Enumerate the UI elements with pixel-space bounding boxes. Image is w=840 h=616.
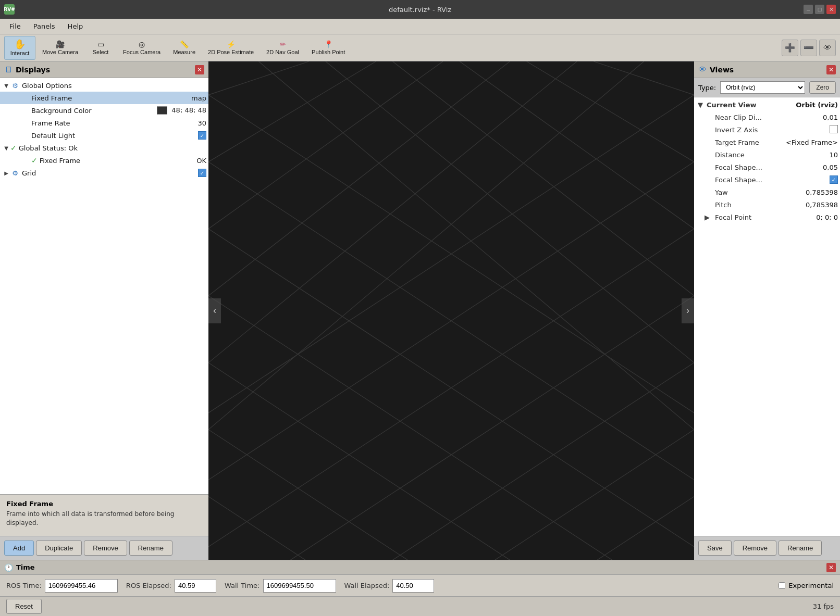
reset-button[interactable]: Reset <box>6 599 42 614</box>
extra-btn-3[interactable]: 👁 <box>819 40 836 56</box>
views-panel-header: 👁 Views ✕ <box>694 61 840 78</box>
views-focal-shape2[interactable]: Focal Shape... ✓ <box>694 173 840 186</box>
tree-item-status-fixed-frame[interactable]: ✓ Fixed Frame OK <box>0 154 208 167</box>
2d-nav-button[interactable]: ✏ 2D Nav Goal <box>261 36 305 60</box>
displays-panel: 🖥 Displays ✕ ▼ ⚙ Global Options Fixed Fr… <box>0 61 208 560</box>
checkmark-global-status: ✓ <box>10 144 17 152</box>
views-type-row: Type: Orbit (rviz) Zero <box>694 78 840 97</box>
toolbar: ✋ Interact 🎥 Move Camera ▭ Select ◎ Focu… <box>0 34 840 61</box>
views-panel-icon: 👁 <box>698 65 707 74</box>
time-header-label: Time <box>16 563 35 571</box>
titlebar-left: RV# <box>4 4 15 15</box>
rename-button[interactable]: Rename <box>129 540 172 556</box>
views-focal-point[interactable]: ▶ Focal Point 0; 0; 0 <box>694 211 840 223</box>
svg-line-21 <box>208 497 694 560</box>
views-focal-shape1[interactable]: Focal Shape... 0,05 <box>694 161 840 173</box>
views-target-frame[interactable]: Target Frame <Fixed Frame> <box>694 136 840 148</box>
focus-camera-button[interactable]: ◎ Focus Camera <box>117 36 166 60</box>
interact-icon: ✋ <box>14 40 26 49</box>
2d-pose-button[interactable]: ⚡ 2D Pose Estimate <box>202 36 260 60</box>
minimize-button[interactable]: – <box>804 5 813 14</box>
select-button[interactable]: ▭ Select <box>85 36 116 60</box>
views-yaw[interactable]: Yaw 0,785398 <box>694 186 840 198</box>
views-focal-point-value: 0; 0; 0 <box>816 213 838 221</box>
tree-item-frame-rate[interactable]: Frame Rate 30 <box>0 117 208 129</box>
tree-item-global-status[interactable]: ▼ ✓ Global Status: Ok <box>0 142 208 154</box>
maximize-button[interactable]: □ <box>815 5 824 14</box>
views-type-label: Type: <box>698 84 716 92</box>
window-title: default.rviz* - RViz <box>389 6 451 14</box>
menu-file[interactable]: File <box>4 21 26 32</box>
expand-global-status[interactable]: ▼ <box>2 144 10 152</box>
menu-help[interactable]: Help <box>63 21 89 32</box>
fixed-frame-label: Fixed Frame <box>31 94 187 102</box>
tree-item-global-options[interactable]: ▼ ⚙ Global Options <box>0 79 208 92</box>
views-zero-button[interactable]: Zero <box>809 81 836 94</box>
extra-btn-1[interactable]: ➕ <box>782 40 798 56</box>
tree-item-grid[interactable]: ▶ ⚙ Grid ✓ <box>0 167 208 179</box>
fps-label: 31 fps <box>813 602 834 610</box>
frame-rate-value: 30 <box>193 119 206 127</box>
ros-time-field: ROS Time: <box>6 579 118 593</box>
frame-rate-label: Frame Rate <box>31 119 193 127</box>
wall-time-input[interactable] <box>263 579 336 593</box>
svg-line-27 <box>208 61 443 229</box>
time-panel-close[interactable]: ✕ <box>826 563 836 572</box>
tree-item-default-light[interactable]: Default Light ✓ <box>0 129 208 142</box>
extra-btn-2[interactable]: ➖ <box>800 40 817 56</box>
expand-status-fixed-frame <box>23 156 31 165</box>
wall-elapsed-input[interactable] <box>392 579 434 593</box>
menu-panels[interactable]: Panels <box>28 21 60 32</box>
remove-button[interactable]: Remove <box>84 540 127 556</box>
expand-grid[interactable]: ▶ <box>2 169 10 177</box>
views-invert-z[interactable]: Invert Z Axis <box>694 123 840 136</box>
displays-panel-close[interactable]: ✕ <box>195 65 204 74</box>
expand-global-options[interactable]: ▼ <box>2 81 10 90</box>
views-pitch[interactable]: Pitch 0,785398 <box>694 198 840 211</box>
description-area: Fixed Frame Frame into which all data is… <box>0 494 208 536</box>
measure-button[interactable]: 📏 Measure <box>167 36 201 60</box>
views-distance[interactable]: Distance 10 <box>694 148 840 161</box>
views-rename-button[interactable]: Rename <box>779 540 822 556</box>
move-camera-button[interactable]: 🎥 Move Camera <box>36 36 84 60</box>
views-near-clip[interactable]: Near Clip Di... 0,01 <box>694 111 840 123</box>
tree-item-fixed-frame[interactable]: Fixed Frame map <box>0 92 208 104</box>
svg-line-18 <box>208 430 694 560</box>
views-current-view[interactable]: ▼ Current View Orbit (rviz) <box>694 98 840 111</box>
views-panel-close[interactable]: ✕ <box>826 65 836 74</box>
menubar: File Panels Help <box>0 19 840 34</box>
bottom-bar: 🕐 Time ✕ ROS Time: ROS Elapsed: Wall Tim… <box>0 560 840 616</box>
add-button[interactable]: Add <box>4 540 34 556</box>
bg-color-swatch[interactable] <box>157 106 167 115</box>
views-save-button[interactable]: Save <box>698 540 732 556</box>
views-pitch-value: 0,785398 <box>806 201 838 209</box>
views-focal-shape2-label: Focal Shape... <box>713 176 830 184</box>
experimental-checkbox[interactable] <box>779 582 785 589</box>
duplicate-button[interactable]: Duplicate <box>36 540 82 556</box>
views-remove-button[interactable]: Remove <box>734 540 776 556</box>
views-focal-shape2-value: ✓ <box>830 175 838 184</box>
views-distance-label: Distance <box>713 151 829 159</box>
viewport-nav-right[interactable]: › <box>682 298 694 323</box>
viewport-nav-left[interactable]: ‹ <box>208 298 221 323</box>
default-light-checkbox[interactable]: ✓ <box>198 131 206 140</box>
views-type-select[interactable]: Orbit (rviz) <box>720 81 805 94</box>
interact-button[interactable]: ✋ Interact <box>4 36 35 60</box>
3d-viewport[interactable]: ‹ › <box>208 61 694 560</box>
ros-elapsed-label: ROS Elapsed: <box>126 582 171 589</box>
invert-z-checkbox[interactable] <box>830 125 838 133</box>
titlebar-controls: – □ ✕ <box>804 5 836 14</box>
svg-line-14 <box>594 61 694 95</box>
grid-enable-checkbox[interactable]: ✓ <box>198 169 206 177</box>
svg-line-1 <box>208 296 694 560</box>
close-button[interactable]: ✕ <box>826 5 836 14</box>
focal-shape2-checkbox[interactable]: ✓ <box>830 175 838 184</box>
publish-point-button[interactable]: 📍 Publish Point <box>306 36 351 60</box>
ros-time-input[interactable] <box>45 579 118 593</box>
views-tree: ▼ Current View Orbit (rviz) Near Clip Di… <box>694 97 840 536</box>
tree-item-bg-color[interactable]: Background Color 48; 48; 48 <box>0 104 208 117</box>
views-panel: 👁 Views ✕ Type: Orbit (rviz) Zero ▼ Curr… <box>694 61 840 560</box>
ros-elapsed-input[interactable] <box>175 579 216 593</box>
grid-label: Grid <box>22 169 194 177</box>
wall-time-label: Wall Time: <box>225 582 260 589</box>
